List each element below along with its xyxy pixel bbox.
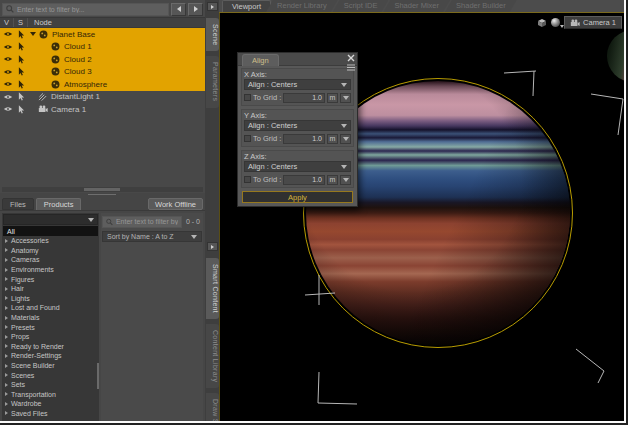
expand-right-icon xyxy=(5,364,8,368)
scene-node-planet-base[interactable]: Planet Base xyxy=(0,28,205,41)
dock-tab-smart-content[interactable]: Smart Content xyxy=(206,258,219,319)
category-item[interactable]: Transportation xyxy=(2,390,99,400)
expand-right-icon xyxy=(5,277,8,281)
x-align-mode-dropdown[interactable]: Align : Centers xyxy=(244,79,351,90)
scene-node-cloud1[interactable]: Cloud 1 xyxy=(0,41,205,54)
eye-icon[interactable] xyxy=(0,56,15,62)
drawstyle-cube-icon[interactable] xyxy=(537,18,547,28)
dock-tab-scene[interactable]: Scene xyxy=(206,18,219,51)
y-to-grid-checkbox[interactable] xyxy=(244,135,251,142)
content-filter-input[interactable] xyxy=(116,218,178,225)
eye-icon[interactable] xyxy=(0,106,15,112)
category-item[interactable]: Ready to Render xyxy=(2,342,99,352)
cursor-icon[interactable] xyxy=(15,92,28,101)
category-item[interactable]: Materials xyxy=(2,313,99,323)
z-align-mode-dropdown[interactable]: Align : Centers xyxy=(244,161,351,172)
category-item[interactable]: Props xyxy=(2,332,99,342)
category-item[interactable]: Hair xyxy=(2,284,99,294)
dock-tab-draw-settings[interactable]: Draw Settings xyxy=(206,393,219,423)
eye-icon[interactable] xyxy=(0,69,15,75)
category-item[interactable]: Scene Builder xyxy=(2,361,99,371)
category-item[interactable]: Presets xyxy=(2,322,99,332)
z-unit-dropdown[interactable] xyxy=(340,175,351,185)
cursor-icon[interactable] xyxy=(15,55,28,64)
category-item[interactable]: Lights xyxy=(2,294,99,304)
cursor-icon[interactable] xyxy=(15,105,28,114)
scene-node-atmosphere[interactable]: Atmosphere xyxy=(0,78,205,91)
tab-viewport[interactable]: Viewport xyxy=(222,0,271,12)
category-item-all[interactable]: All xyxy=(3,226,98,236)
pane-menu-button[interactable] xyxy=(207,242,218,251)
category-item[interactable]: Saved Files xyxy=(2,409,99,419)
category-item[interactable]: Environments xyxy=(2,265,99,275)
scene-filter-input[interactable] xyxy=(17,6,165,13)
category-item[interactable]: Scenes xyxy=(2,370,99,380)
content-filter-field[interactable] xyxy=(102,216,182,228)
cursor-icon[interactable] xyxy=(15,80,28,89)
z-unit-button[interactable]: m xyxy=(327,175,338,185)
drawstyle-sphere-icon[interactable] xyxy=(551,18,560,27)
x-to-grid-checkbox[interactable] xyxy=(244,94,251,101)
y-unit-dropdown[interactable] xyxy=(340,134,351,144)
z-grid-value-field[interactable]: 1.0 xyxy=(283,175,325,185)
expand-arrow-icon[interactable] xyxy=(28,32,38,36)
apply-button[interactable]: Apply xyxy=(242,191,353,203)
eye-icon[interactable] xyxy=(0,94,15,100)
expand-right-icon xyxy=(5,354,8,358)
category-filter-dropdown[interactable] xyxy=(3,214,98,225)
scene-node-cloud3[interactable]: Cloud 3 xyxy=(0,66,205,79)
align-dialog-titlebar[interactable]: Align xyxy=(238,53,357,66)
scene-filter-field[interactable] xyxy=(2,3,169,16)
cursor-icon[interactable] xyxy=(15,42,28,51)
chevron-down-icon xyxy=(191,235,197,239)
scene-node-camera[interactable]: Camera 1 xyxy=(0,103,205,116)
sort-dropdown[interactable]: Sort by Name : A to Z xyxy=(102,231,202,242)
chevron-down-icon xyxy=(341,165,347,169)
dock-tab-parameters[interactable]: Parameters xyxy=(206,56,219,107)
category-item[interactable]: Figures xyxy=(2,274,99,284)
category-item[interactable]: Render-Settings xyxy=(2,351,99,361)
tab-shader-mixer[interactable]: Shader Mixer xyxy=(383,0,450,12)
tab-files[interactable]: Files xyxy=(2,198,34,210)
z-to-grid-label: To Grid : xyxy=(253,175,281,184)
pane-menu-button[interactable] xyxy=(207,2,218,11)
scene-node-cloud2[interactable]: Cloud 2 xyxy=(0,53,205,66)
y-grid-value-field[interactable]: 1.0 xyxy=(283,134,325,144)
align-dialog-title: Align xyxy=(242,54,279,66)
cursor-icon[interactable] xyxy=(15,67,28,76)
dock-tab-content-library[interactable]: Content Library xyxy=(206,324,219,388)
scrollbar-thumb[interactable] xyxy=(84,188,120,191)
x-unit-button[interactable]: m xyxy=(327,93,338,103)
scene-node-distantlight[interactable]: DistantLight 1 xyxy=(0,91,205,104)
category-item[interactable]: Anatomy xyxy=(2,246,99,256)
category-item[interactable]: Wardrobe xyxy=(2,399,99,409)
category-scrollbar[interactable] xyxy=(97,363,99,389)
category-item[interactable]: Sets xyxy=(2,380,99,390)
filter-next-button[interactable] xyxy=(188,3,203,16)
tab-products[interactable]: Products xyxy=(36,198,82,210)
dock-tab-strip: Scene Parameters Smart Content Content L… xyxy=(205,0,219,423)
category-item[interactable]: Accessories xyxy=(2,236,99,246)
eye-icon[interactable] xyxy=(0,81,15,87)
tab-shader-builder[interactable]: Shader Builder xyxy=(445,0,517,12)
y-align-mode-dropdown[interactable]: Align : Centers xyxy=(244,120,351,131)
z-to-grid-checkbox[interactable] xyxy=(244,176,251,183)
eye-icon[interactable] xyxy=(0,44,15,50)
pane-menu-icon[interactable] xyxy=(347,64,355,71)
y-unit-button[interactable]: m xyxy=(327,134,338,144)
expand-right-icon xyxy=(5,402,8,406)
eye-icon[interactable] xyxy=(0,31,15,37)
tab-render-library[interactable]: Render Library xyxy=(266,0,338,12)
tab-script-ide[interactable]: Script IDE xyxy=(333,0,389,12)
x-unit-dropdown[interactable] xyxy=(340,93,351,103)
scene-horizontal-scrollbar[interactable] xyxy=(2,187,203,192)
category-item[interactable]: Lost and Found xyxy=(2,303,99,313)
category-item[interactable]: Cameras xyxy=(2,255,99,265)
x-grid-value-field[interactable]: 1.0 xyxy=(283,93,325,103)
close-icon[interactable] xyxy=(347,54,355,62)
work-offline-button[interactable]: Work Offline xyxy=(148,198,203,210)
camera-selector-button[interactable]: Camera 1 xyxy=(564,16,622,29)
cursor-icon[interactable] xyxy=(15,30,28,39)
search-icon xyxy=(6,5,14,13)
filter-prev-button[interactable] xyxy=(171,3,186,16)
